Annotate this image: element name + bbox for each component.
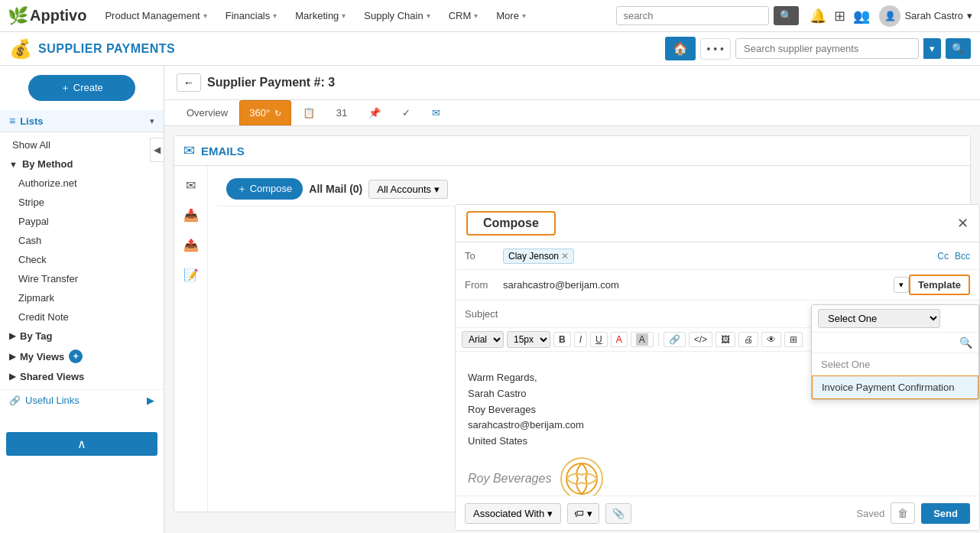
back-button[interactable]: ← xyxy=(177,73,201,92)
scroll-up-button[interactable]: ∧ xyxy=(6,432,157,456)
nav-more[interactable]: More ▾ xyxy=(488,0,534,32)
send-button[interactable]: Send xyxy=(921,503,970,524)
supplier-search-input[interactable] xyxy=(735,38,919,59)
font-family-select[interactable]: Arial xyxy=(462,331,504,348)
sidebar-by-tag[interactable]: ▶ By Tag xyxy=(0,327,164,346)
compose-email-button[interactable]: ＋ Compose xyxy=(226,178,303,200)
content-area: ← Supplier Payment #: 3 Overview 360° ↻ … xyxy=(164,66,980,533)
compose-icon[interactable]: ✉ xyxy=(174,172,207,199)
to-recipient-tag[interactable]: Clay Jenson ✕ xyxy=(503,249,574,264)
grid-icon[interactable]: ⊞ xyxy=(834,8,845,24)
sub-header-actions: 🏠 • • • ▾ 🔍 xyxy=(665,37,971,60)
sidebar-bottom: ∧ xyxy=(0,426,164,462)
link-icon: 🔗 xyxy=(9,395,21,406)
trash-icon: 🗑 xyxy=(897,507,908,519)
template-option-invoice[interactable]: Invoice Payment Confirmation xyxy=(812,375,978,399)
nav-financials[interactable]: Financials ▾ xyxy=(218,0,285,32)
delete-draft-button[interactable]: 🗑 xyxy=(891,502,915,524)
sent-icon[interactable]: 📤 xyxy=(174,232,207,258)
toolbar-separator xyxy=(658,333,659,346)
lists-header[interactable]: ≡ Lists ▾ xyxy=(0,110,164,132)
attach-button[interactable]: 📎 xyxy=(605,503,631,524)
sidebar-item-paypal[interactable]: Paypal xyxy=(0,212,164,231)
email-icon: ✉ xyxy=(183,142,195,159)
tab-document[interactable]: 📋 xyxy=(293,100,325,125)
image-button[interactable]: 🖼 xyxy=(716,332,735,347)
user-menu[interactable]: 👤 Sarah Castro ▾ xyxy=(879,5,972,27)
cc-label[interactable]: Cc xyxy=(937,251,949,262)
email-panel-header: ✉ EMAILS xyxy=(174,136,970,166)
global-search-button[interactable]: 🔍 xyxy=(774,6,799,25)
nav-supply-chain[interactable]: Supply Chain ▾ xyxy=(356,0,437,32)
sidebar-item-stripe[interactable]: Stripe xyxy=(0,193,164,212)
tab-overview[interactable]: Overview xyxy=(177,100,238,125)
code-button[interactable]: </> xyxy=(689,332,712,347)
sidebar-collapse-button[interactable]: ◀ xyxy=(150,138,164,162)
search-dropdown-button[interactable]: ▾ xyxy=(923,38,941,59)
tabs-bar: Overview 360° ↻ 📋 31 📌 ✓ ✉ xyxy=(164,100,980,126)
sidebar-item-cash[interactable]: Cash xyxy=(0,231,164,250)
tag-button[interactable]: 🏷 ▾ xyxy=(567,503,599,524)
chevron-right-icon: ▶ xyxy=(9,352,15,362)
chevron-right-icon: ▶ xyxy=(9,372,15,382)
bcc-label[interactable]: Bcc xyxy=(955,251,970,262)
search-go-button[interactable]: 🔍 xyxy=(946,38,971,59)
template-search-row: 🔍 xyxy=(812,333,978,353)
associated-with-button[interactable]: Associated With ▾ xyxy=(465,503,561,524)
logo[interactable]: 🌿 Apptivo xyxy=(8,6,86,26)
users-icon[interactable]: 👥 xyxy=(853,8,870,24)
print-button[interactable]: 🖨 xyxy=(738,332,758,347)
remove-recipient-button[interactable]: ✕ xyxy=(561,251,569,262)
body-line5: United States xyxy=(468,434,967,450)
nav-crm[interactable]: CRM ▾ xyxy=(441,0,486,32)
lists-label: Lists xyxy=(20,115,150,127)
sidebar-by-method[interactable]: ▼ By Method xyxy=(0,154,164,174)
inbox-icon[interactable]: 📥 xyxy=(174,202,207,229)
template-select[interactable]: Select One xyxy=(818,309,940,328)
text-highlight-button[interactable]: A xyxy=(631,332,654,347)
logo-leaf: 🌿 xyxy=(8,6,28,26)
sidebar-item-wire-transfer[interactable]: Wire Transfer xyxy=(0,269,164,288)
global-search-input[interactable] xyxy=(616,6,769,25)
draft-icon[interactable]: 📝 xyxy=(174,262,207,288)
svg-point-1 xyxy=(566,463,597,494)
tab-email-active[interactable]: ✉ xyxy=(422,100,450,125)
tab-360[interactable]: 360° ↻ xyxy=(239,100,291,125)
sidebar-item-check[interactable]: Check xyxy=(0,250,164,269)
sidebar-show-all[interactable]: Show All xyxy=(0,135,164,154)
tab-pin[interactable]: 📌 xyxy=(359,100,391,125)
template-select-one-option[interactable]: Select One xyxy=(812,353,978,375)
home-button[interactable]: 🏠 xyxy=(665,37,696,60)
create-button[interactable]: ＋ Create xyxy=(28,75,135,101)
sidebar-item-zipmark[interactable]: Zipmark xyxy=(0,288,164,307)
chevron-down-icon: ▾ xyxy=(434,184,440,195)
tab-calendar[interactable]: 31 xyxy=(326,100,357,125)
font-size-select[interactable]: 15px xyxy=(507,331,550,348)
chevron-down-icon: ▾ xyxy=(427,11,430,20)
sidebar-shared-views[interactable]: ▶ Shared Views xyxy=(0,367,164,386)
logo-text: Apptivo xyxy=(30,7,86,24)
tab-check[interactable]: ✓ xyxy=(392,100,420,125)
add-view-icon[interactable]: + xyxy=(69,349,83,363)
link-button[interactable]: 🔗 xyxy=(664,332,686,347)
text-color-button[interactable]: A xyxy=(611,332,628,347)
sidebar-item-credit-note[interactable]: Credit Note xyxy=(0,307,164,327)
italic-button[interactable]: I xyxy=(574,332,587,347)
preview-button[interactable]: 👁 xyxy=(761,332,781,347)
from-dropdown-button[interactable]: ▾ xyxy=(894,277,909,293)
more-options-button[interactable]: • • • xyxy=(700,38,731,60)
table-button[interactable]: ⊞ xyxy=(784,332,803,347)
compose-close-button[interactable]: ✕ xyxy=(957,215,969,232)
bell-icon[interactable]: 🔔 xyxy=(810,8,826,24)
template-search-input[interactable] xyxy=(818,337,959,349)
nav-marketing[interactable]: Marketing ▾ xyxy=(287,0,353,32)
nav-product-management[interactable]: Product Management ▾ xyxy=(97,0,214,32)
sidebar-item-authorize-net[interactable]: Authorize.net xyxy=(0,174,164,193)
template-button[interactable]: Template xyxy=(909,275,970,295)
sidebar-useful-links[interactable]: 🔗 Useful Links ▶ xyxy=(0,389,164,411)
accounts-dropdown-button[interactable]: All Accounts ▾ xyxy=(368,180,448,199)
sidebar-my-views[interactable]: ▶ My Views + xyxy=(0,346,164,367)
chevron-down-icon: ▾ xyxy=(273,11,277,20)
bold-button[interactable]: B xyxy=(553,332,571,347)
underline-button[interactable]: U xyxy=(590,332,608,347)
